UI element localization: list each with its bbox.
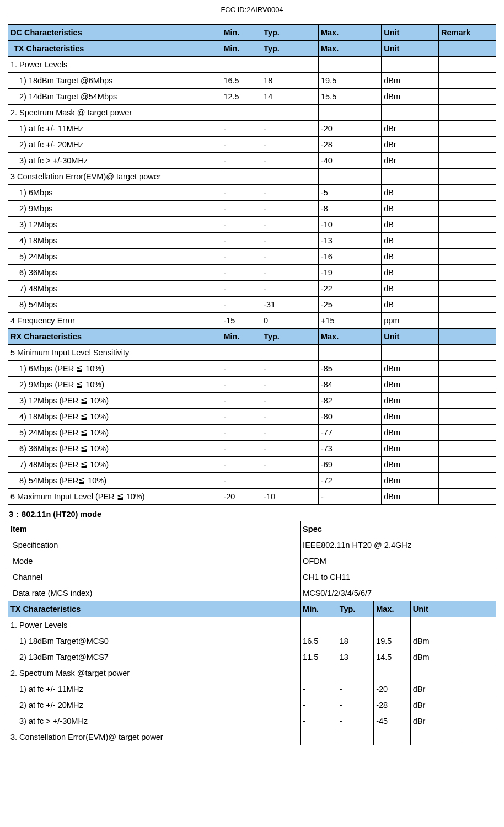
param-label: 5) 24Mbps [8, 249, 221, 265]
unit: dB [382, 185, 439, 201]
hdr-typ: Typ. [337, 601, 374, 617]
hdr-min: Min. [221, 329, 261, 345]
typ: 14 [261, 89, 319, 105]
table-row: 2. Spectrum Mask @target power [8, 665, 496, 681]
max: -16 [318, 249, 381, 265]
table-row: 6 Maximum Input Level (PER ≦ 10%)-20-10-… [8, 489, 496, 505]
min: - [221, 153, 261, 169]
remark [439, 409, 496, 425]
table-row: 2) 9Mbps (PER ≦ 10%)---84dBm [8, 377, 496, 393]
param-label: 7) 48Mbps [8, 281, 221, 297]
remark [439, 169, 496, 185]
min: - [221, 425, 261, 441]
min: - [301, 713, 337, 729]
typ: - [261, 441, 319, 457]
min: - [221, 265, 261, 281]
min [301, 617, 337, 633]
hdr-item: Item [8, 521, 301, 537]
item-spec-header: ItemSpec [8, 521, 496, 537]
min: - [221, 281, 261, 297]
table-row: 3. Constellation Error(EVM)@ target powe… [8, 729, 496, 745]
typ: - [261, 425, 319, 441]
min: 12.5 [221, 89, 261, 105]
hdr-remark: Remark [439, 25, 496, 41]
max: -5 [318, 185, 381, 201]
unit: dB [382, 281, 439, 297]
param-label: 6) 36Mbps (PER ≦ 10%) [8, 441, 221, 457]
typ: 0 [261, 313, 319, 329]
param-label: 1. Power Levels [8, 617, 301, 633]
param-label: 5) 24Mbps (PER ≦ 10%) [8, 425, 221, 441]
remark [459, 681, 496, 697]
table-row: 8) 54Mbps--31-25dB [8, 297, 496, 313]
table-row: 1) at fc +/- 11MHz---20dBr [8, 121, 496, 137]
max: -28 [374, 697, 411, 713]
max: -20 [318, 121, 381, 137]
remark [439, 153, 496, 169]
typ: 18 [337, 633, 374, 649]
hdr-label: RX Characteristics [8, 329, 221, 345]
unit: dBr [382, 121, 439, 137]
typ: - [261, 201, 319, 217]
remark [439, 377, 496, 393]
spec-value: OFDM [301, 553, 496, 569]
table-row: 3) at fc > +/-30MHz---40dBr [8, 153, 496, 169]
min [221, 57, 261, 73]
min: - [221, 233, 261, 249]
typ: - [261, 393, 319, 409]
unit: dBm [382, 377, 439, 393]
table-row: 7) 48Mbps---22dB [8, 281, 496, 297]
max: - [318, 489, 381, 505]
typ [337, 617, 374, 633]
typ: - [261, 137, 319, 153]
max: -80 [318, 409, 381, 425]
table-row: 1) 6Mbps (PER ≦ 10%)---85dBm [8, 361, 496, 377]
param-label: 6) 36Mbps [8, 265, 221, 281]
item-label: Channel [8, 569, 301, 585]
param-label: 2) 9Mbps [8, 201, 221, 217]
hdr-label: TX Characteristics [8, 41, 221, 57]
table-row: 1) 18dBm Target @6Mbps16.51819.5dBm [8, 73, 496, 89]
param-label: 3) at fc > +/-30MHz [8, 153, 221, 169]
section-title-ht20: 3：802.11n (HT20) mode [8, 505, 496, 521]
hdr-max: Max. [318, 329, 381, 345]
unit: dBr [382, 153, 439, 169]
param-label: 3. Constellation Error(EVM)@ target powe… [8, 729, 301, 745]
min [301, 729, 337, 745]
typ: - [261, 185, 319, 201]
remark [439, 233, 496, 249]
hdr-unit: Unit [382, 329, 439, 345]
characteristics-table-2: ItemSpec SpecificationIEEE802.11n HT20 @… [8, 521, 496, 745]
unit: dBm [382, 409, 439, 425]
table-row: 3) at fc > +/-30MHz---45dBr [8, 713, 496, 729]
unit: dBm [382, 489, 439, 505]
table-row: 3) 12Mbps---10dB [8, 217, 496, 233]
remark [439, 105, 496, 121]
max [374, 665, 411, 681]
max [374, 617, 411, 633]
param-label: 8) 54Mbps (PER≦ 10%) [8, 473, 221, 489]
table-row: 4) 18Mbps (PER ≦ 10%)---80dBm [8, 409, 496, 425]
param-label: 8) 54Mbps [8, 297, 221, 313]
typ: - [261, 249, 319, 265]
table-row: 4 Frequency Error-150+15ppm [8, 313, 496, 329]
spec-value: CH1 to CH11 [301, 569, 496, 585]
unit: dBm [410, 649, 459, 665]
unit: dBm [382, 73, 439, 89]
max [318, 57, 381, 73]
hdr-min: Min. [221, 41, 261, 57]
max: +15 [318, 313, 381, 329]
param-label: 1) 6Mbps (PER ≦ 10%) [8, 361, 221, 377]
min: - [221, 441, 261, 457]
typ: - [337, 681, 374, 697]
unit [382, 169, 439, 185]
min: - [221, 121, 261, 137]
remark [459, 649, 496, 665]
min [221, 345, 261, 361]
param-label: 2. Spectrum Mask @target power [8, 665, 301, 681]
param-label: 6 Maximum Input Level (PER ≦ 10%) [8, 489, 221, 505]
table-row: 1) 18dBm Target@MCS016.51819.5dBm [8, 633, 496, 649]
item-label: Data rate (MCS index) [8, 585, 301, 601]
remark [439, 345, 496, 361]
min: - [221, 409, 261, 425]
